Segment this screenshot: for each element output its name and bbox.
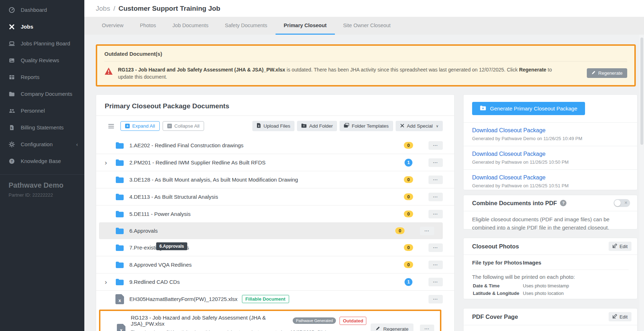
folder-row[interactable]: › 2.PM201 - Redlined IWM Supplier Redlin… [96, 154, 454, 171]
add-folder-button[interactable]: Add Folder [297, 121, 337, 131]
sidebar-item-reports[interactable]: Reports [0, 69, 84, 85]
more-options-button[interactable]: ••• [428, 243, 443, 252]
sidebar-item-knowledge-base[interactable]: ? Knowledge Base [0, 153, 84, 169]
scrollbar-thumb[interactable] [640, 38, 643, 145]
download-closeout-package-link[interactable]: Download Closeout Package [472, 174, 629, 181]
download-item: Download Closeout Package Generated by P… [464, 169, 637, 193]
more-options-button[interactable]: ••• [428, 261, 443, 269]
more-options-button[interactable]: ••• [428, 158, 443, 167]
outdated-documents-banner: Outdated Document(s) RG123 - Job Hazard … [96, 44, 636, 87]
sidebar-item-personnel[interactable]: Personnel [0, 102, 84, 119]
more-options-button[interactable]: ••• [428, 193, 443, 201]
sidebar-item-label: Dashboard [21, 7, 47, 13]
folder-templates-icon [344, 123, 349, 129]
pdf-cover-page-edit-button[interactable]: Edit [609, 312, 631, 321]
banner-message: RG123 - Job Hazard and Job Safety Assess… [118, 66, 565, 81]
expand-all-button[interactable]: + Expand All [120, 121, 160, 131]
chevron-right-icon[interactable]: › [105, 278, 115, 285]
chevron-left-icon: ‹ [76, 142, 78, 147]
tools-icon [400, 123, 405, 129]
folder-row[interactable]: 1.AE202 - Redlined Final Construction dr… [96, 137, 454, 154]
combine-documents-title: Combine Documents into PDF [472, 200, 557, 207]
combine-documents-toggle[interactable]: ✕ [614, 199, 630, 207]
svg-text:$: $ [11, 126, 13, 129]
more-options-button[interactable]: ••• [428, 295, 443, 303]
sidebar-footer: Pathwave Demo Partner ID: 22222222 [0, 175, 84, 204]
folder-row[interactable]: › 9.Redlined CAD CDs 1 ••• [96, 273, 454, 290]
print-value: Uses photo timestamp [523, 283, 569, 288]
generate-primary-closeout-package-button[interactable]: Generate Primary Closeout Package [472, 102, 585, 115]
svg-text:?: ? [11, 159, 13, 163]
tab-photos[interactable]: Photos [132, 17, 164, 35]
closeout-photos-edit-button[interactable]: Edit [609, 242, 631, 251]
print-key: Date & Time [473, 283, 523, 288]
banner-file-name: RG123 - Job Hazard and Job Safety Assess… [118, 67, 285, 73]
folder-row-selected[interactable]: 6.Approvals 0 ••• [99, 222, 443, 239]
tab-primary-closeout[interactable]: Primary Closeout [276, 17, 335, 35]
more-options-button[interactable]: ••• [428, 210, 443, 218]
download-closeout-package-link[interactable]: Download Closeout Package [472, 151, 629, 157]
sidebar-item-company-documents[interactable]: Company Documents [0, 85, 84, 102]
count-badge: 0 [398, 176, 419, 183]
count-badge: 1 [398, 278, 419, 286]
sidebar-item-dashboard[interactable]: Dashboard [0, 1, 84, 18]
sidebar-item-quality-reviews[interactable]: Quality Reviews [0, 52, 84, 69]
sidebar-item-jobs-planning-board[interactable]: Jobs Planning Board [0, 35, 84, 52]
count-badge: 0 [398, 142, 419, 149]
chevron-right-icon[interactable]: › [105, 159, 115, 166]
help-icon[interactable]: ? [560, 200, 566, 206]
tab-safety-documents[interactable]: Safety Documents [217, 17, 275, 35]
plus-square-icon: + [125, 124, 130, 128]
toggle-knob [614, 200, 621, 206]
folder-name: 1.AE202 - Redlined Final Construction dr… [129, 142, 243, 148]
count-badge: 0 [389, 227, 411, 234]
file-type-label: File type for Photos [472, 260, 523, 266]
xlsx-file-icon: x [117, 324, 125, 331]
help-circle-icon: ? [9, 158, 15, 164]
tab-overview[interactable]: Overview [94, 17, 132, 35]
breadcrumb-separator: / [113, 5, 115, 13]
more-options-button[interactable]: ••• [428, 176, 443, 184]
pencil-icon [591, 70, 596, 76]
sidebar-item-label: Quality Reviews [21, 57, 59, 63]
minus-square-icon: − [167, 124, 172, 128]
tab-site-owner-closeout[interactable]: Site Owner Closeout [335, 17, 399, 35]
file-type-value: Images [523, 260, 541, 266]
more-options-button[interactable]: ••• [428, 141, 443, 150]
folder-name: 4.DE113 - As Built Structural Analysis [129, 194, 218, 200]
folder-row[interactable]: 5.DE111 - Power Analysis 0 ••• [96, 205, 454, 222]
folder-name: 8.Approved VQA Redlines [129, 262, 192, 268]
folder-row[interactable]: 4.DE113 - As Built Structural Analysis 0… [96, 188, 454, 205]
add-special-button[interactable]: Add Special ∨ [396, 121, 443, 131]
more-options-button[interactable]: ••• [420, 325, 434, 331]
folder-name: 3.DE128 - As Built Mount analysis, As bu… [129, 177, 298, 183]
tab-job-documents[interactable]: Job Documents [164, 17, 217, 35]
download-item: Download Closeout Package Generated by P… [464, 122, 637, 146]
folder-templates-button[interactable]: Folder Templates [340, 121, 393, 131]
breadcrumb-jobs[interactable]: Jobs [96, 5, 110, 13]
download-closeout-package-link[interactable]: Download Closeout Package [472, 127, 629, 134]
more-options-button[interactable]: ••• [420, 227, 434, 235]
file-row[interactable]: x EH305HazmatBatteryForm(PW)_120725.xlsx… [96, 290, 454, 307]
folder-row[interactable]: 8.Approved VQA Redlines 0 ••• [96, 256, 454, 273]
upload-files-button[interactable]: Upload Files [252, 121, 294, 131]
folder-icon [115, 244, 124, 251]
folder-row[interactable]: 3.DE128 - As Built Mount analysis, As bu… [96, 171, 454, 188]
sidebar-item-label: Knowledge Base [21, 158, 61, 164]
sidebar-item-configuration[interactable]: Configuration ‹ [0, 136, 84, 153]
folder-row[interactable]: 6.Approvals 7.Pre-existing Conditions 0 … [96, 239, 454, 256]
banner-regenerate-button[interactable]: Regenerate [587, 68, 627, 78]
more-options-button[interactable]: ••• [428, 278, 443, 286]
documents-list: 1.AE202 - Redlined Final Construction dr… [96, 135, 454, 331]
primary-closeout-documents-card: Primary Closeout Package Documents + Exp… [96, 94, 455, 331]
folder-icon [115, 176, 124, 183]
row-regenerate-button[interactable]: Regenerate [371, 323, 413, 331]
sidebar-item-billing-statements[interactable]: $ Billing Statements [0, 119, 84, 136]
photo-print-row: Latitude & Longitude Uses photo location [464, 290, 637, 297]
list-view-icon[interactable] [108, 123, 114, 129]
collapse-all-button[interactable]: − Collapse All [163, 121, 204, 131]
sidebar-item-label: Reports [21, 74, 40, 80]
outdated-file-row[interactable]: x RG123 - Job Hazard and Job Safety Asse… [99, 310, 441, 331]
folder-icon [115, 211, 124, 218]
sidebar-item-jobs[interactable]: Jobs [0, 18, 84, 35]
